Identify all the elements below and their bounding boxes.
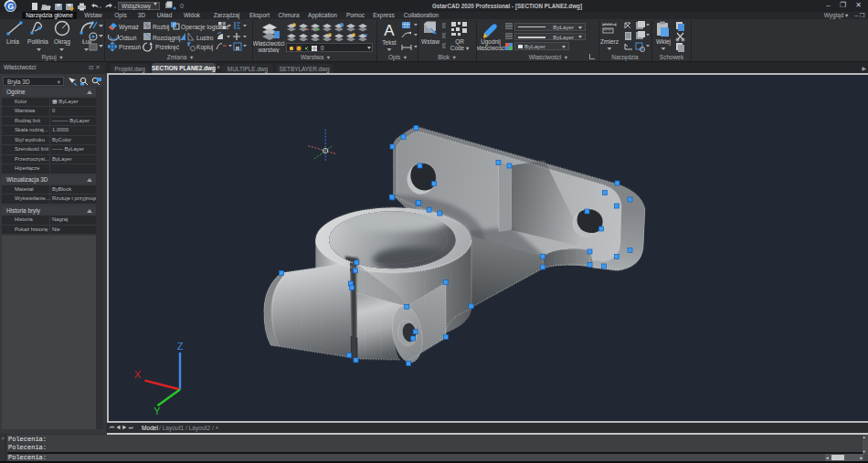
svg-text:Rozciągnij: Rozciągnij (153, 35, 181, 42)
svg-text:Operacje logiczne: Operacje logiczne (181, 24, 229, 31)
svg-text:Zmierz: Zmierz (600, 38, 619, 45)
svg-text:Kopiuj: Kopiuj (196, 44, 214, 51)
svg-text:Polilinia: Polilinia (27, 38, 48, 45)
svg-text:Code ▾: Code ▾ (450, 45, 470, 51)
svg-text:Wklej: Wklej (656, 38, 672, 46)
svg-text:Rozbij: Rozbij (153, 24, 170, 31)
svg-text:Linia: Linia (6, 38, 19, 45)
svg-text:Y: Y (153, 405, 161, 416)
svg-text:0: 0 (180, 3, 184, 9)
svg-text:0: 0 (321, 45, 324, 51)
svg-text:Wymaż: Wymaż (119, 24, 139, 31)
svg-text:Przesuń: Przesuń (119, 44, 142, 50)
svg-text:Okrąg: Okrąg (54, 38, 70, 46)
svg-text:Przekręć: Przekręć (155, 44, 180, 51)
svg-text:Lustro: Lustro (196, 35, 214, 41)
svg-text:właściwości: właściwości (477, 45, 506, 51)
svg-text:Odsuń: Odsuń (119, 35, 137, 41)
svg-text:Tekst: Tekst (382, 39, 397, 46)
svg-text:X: X (134, 368, 142, 379)
svg-text:Właściwości: Właściwości (253, 40, 284, 47)
svg-text:warstwy: warstwy (257, 47, 280, 53)
svg-text:Z: Z (177, 340, 184, 351)
svg-text:A: A (384, 22, 395, 39)
svg-text:G: G (7, 2, 14, 11)
svg-text:Wstaw: Wstaw (421, 38, 439, 45)
